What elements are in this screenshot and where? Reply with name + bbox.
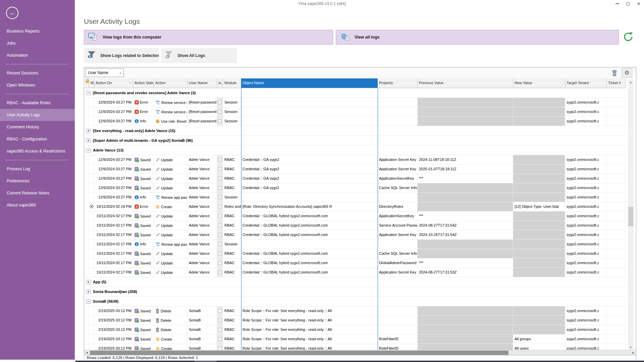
is-checkbox[interactable] [218, 309, 222, 313]
view-all-logs-button[interactable]: View all logs [336, 30, 619, 45]
column-header-on[interactable]: Action On▼ [94, 78, 133, 88]
maximize-button[interactable] [625, 1, 631, 6]
sidebar-item-jobs[interactable]: Jobs [0, 37, 75, 49]
sidebar-item-automation[interactable]: Automation [0, 49, 75, 61]
table-row[interactable]: 12/9/2024 03:27 PMSavedUpdateAdele Vance… [85, 183, 626, 193]
close-button[interactable]: × [636, 1, 641, 6]
grid-settings-button[interactable]: ⚙ [622, 68, 632, 78]
sidebar-item-process-log[interactable]: Process Log [0, 163, 75, 175]
table-row[interactable]: 12/9/2024 03:27 PMSavedUpdateAdele Vance… [85, 165, 626, 174]
is-checkbox[interactable] [218, 119, 222, 123]
table-row[interactable]: 10/11/2024 02:17 PMSavedUpdateAdele Vanc… [85, 268, 626, 277]
sidebar-item-comment-history[interactable]: Comment History [0, 121, 75, 133]
expand-group-icon[interactable]: + [86, 280, 91, 284]
column-header-module[interactable]: Module [223, 78, 241, 88]
table-row[interactable]: 10/11/2024 02:17 PMInfo***Renew app pass… [85, 240, 626, 249]
is-checkbox[interactable] [218, 224, 222, 227]
group-row[interactable]: +App (5) [85, 277, 626, 287]
is-checkbox[interactable] [218, 195, 222, 199]
is-checkbox[interactable] [218, 270, 222, 274]
sidebar-item-open-windows[interactable]: Open Windows [0, 79, 75, 91]
column-header-object[interactable]: Object Name [241, 78, 378, 88]
collapse-group-icon[interactable]: − [86, 299, 91, 304]
show-all-logs-button[interactable]: Show All Logs [161, 48, 237, 63]
table-row[interactable]: 12/9/2024 03:27 PMError***Renew service … [85, 98, 626, 107]
vertical-scrollbar[interactable]: ▲ ▼ [628, 79, 634, 350]
sidebar-item-business-reports[interactable]: Business Reports [0, 25, 75, 37]
horizontal-scroll-thumb[interactable] [90, 351, 508, 355]
is-checkbox[interactable] [218, 252, 222, 255]
table-row[interactable]: 12/9/2024 03:27 PMError***Renew service … [85, 107, 626, 117]
is-checkbox[interactable] [218, 205, 222, 208]
view-logs-local-button[interactable]: View logs from this computer [84, 30, 333, 45]
is-checkbox[interactable] [218, 101, 222, 104]
table-row[interactable]: 2/19/2025 03:12 PMSavedDeleteSoniaBRBACR… [85, 316, 626, 325]
scroll-left-button[interactable]: ◄ [84, 350, 90, 355]
is-checkbox[interactable] [218, 261, 222, 265]
is-checkbox[interactable] [218, 233, 222, 237]
table-row[interactable]: 10/11/2024 02:19 PMErrorCreateAdele Vanc… [85, 202, 626, 212]
is-checkbox[interactable] [218, 318, 222, 322]
refresh-button[interactable] [622, 30, 635, 44]
column-header-m[interactable]: M. [89, 78, 94, 88]
show-related-logs-button[interactable]: Show Logs related to Selection [84, 48, 159, 63]
sidebar-item-rbac-available-roles[interactable]: RBAC - Available Roles [0, 97, 75, 109]
table-row[interactable]: 2/19/2025 03:12 PMSavedDeleteSoniaBRBACR… [85, 325, 626, 335]
group-row[interactable]: −[Reset passwords and revoke sessions] A… [85, 88, 626, 98]
sidebar-item-preferences[interactable]: Preferences [0, 175, 75, 187]
column-header-new[interactable]: New Value [513, 78, 565, 88]
collapse-group-icon[interactable]: − [86, 148, 91, 153]
expand-group-icon[interactable]: + [86, 129, 91, 133]
is-checkbox[interactable] [218, 167, 222, 171]
table-row[interactable]: 10/11/2024 02:17 PMSavedUpdateAdele Vanc… [85, 258, 626, 268]
sidebar-item-rbac-configuration[interactable]: RBAC - Configuration [0, 133, 75, 145]
expand-group-icon[interactable]: + [86, 290, 91, 294]
table-row[interactable]: 2/19/2025 03:12 PMSavedCreateSoniaBRBACR… [85, 344, 626, 350]
table-row[interactable]: 10/11/2024 02:17 PMSavedUpdateAdele Vanc… [85, 212, 626, 221]
scroll-up-button[interactable]: ▲ [628, 79, 634, 85]
is-checkbox[interactable] [218, 337, 222, 341]
column-header-status[interactable]: Action Status [133, 78, 154, 88]
scroll-right-button[interactable]: ► [631, 350, 636, 355]
is-checkbox[interactable] [218, 186, 222, 190]
group-row[interactable]: −SoniaB (5639) [85, 297, 626, 306]
horizontal-scrollbar[interactable]: ◄ ► [84, 350, 636, 355]
vertical-scroll-thumb[interactable] [628, 207, 633, 226]
table-row[interactable]: 10/11/2024 02:17 PMSavedUpdateAdele Vanc… [85, 221, 626, 230]
table-row[interactable]: 2/19/2025 03:12 PMSavedCreateSoniaBRBACR… [85, 335, 626, 344]
table-row[interactable]: 12/9/2024 03:27 PMSavedUpdateAdele Vance… [85, 155, 626, 165]
group-row[interactable]: −Adele Vance (13) [85, 145, 626, 155]
is-checkbox[interactable] [218, 242, 222, 246]
expand-group-icon[interactable]: + [86, 138, 91, 143]
group-row[interactable]: +Sonia Bounardjian (358) [85, 287, 626, 297]
column-header-ticket[interactable]: Ticket # [607, 78, 626, 88]
table-row[interactable]: 10/11/2024 02:17 PMSavedUpdateAdele Vanc… [85, 230, 626, 240]
group-by-combo[interactable]: User Name ▲ [86, 68, 124, 77]
sidebar-item-sapio365-access-restrictions[interactable]: sapio365 Access & Restrictions [0, 145, 75, 157]
scroll-down-button[interactable]: ▼ [628, 345, 634, 350]
table-row[interactable]: 10/11/2024 02:17 PMSavedUpdateAdele Vanc… [85, 249, 626, 258]
sidebar-item-user-activity-logs[interactable]: User Activity Logs [0, 109, 75, 121]
table-row[interactable]: 2/19/2025 03:12 PMSavedDeleteSoniaBRBACR… [85, 306, 626, 316]
minimize-button[interactable] [614, 1, 620, 6]
back-button[interactable]: ← [6, 7, 18, 19]
column-header-property[interactable]: Property [378, 78, 418, 88]
column-header-user[interactable]: User Name [187, 78, 217, 88]
column-header-tenant[interactable]: Target Tenant [565, 78, 607, 88]
group-row[interactable]: +[Super Admin of multi-tenants - GA sygx… [85, 136, 626, 145]
delete-logs-button[interactable] [610, 69, 619, 77]
table-row[interactable]: 12/9/2024 03:27 PMInfoUse role: Reset pa… [85, 117, 626, 126]
column-header-lock[interactable] [85, 78, 89, 88]
is-checkbox[interactable] [218, 177, 222, 180]
is-checkbox[interactable] [218, 328, 222, 331]
sidebar-item-recent-sessions[interactable]: Recent Sessions [0, 67, 75, 79]
column-header-action[interactable]: Action [154, 78, 187, 88]
sidebar-item-about-sapio365[interactable]: About sapio365 [0, 199, 75, 211]
table-row[interactable]: 12/9/2024 03:27 PMSavedUpdateAdele Vance… [85, 174, 626, 183]
column-header-is[interactable]: Is... [217, 78, 223, 88]
is-checkbox[interactable] [218, 214, 222, 218]
collapse-group-icon[interactable]: − [86, 91, 91, 95]
column-header-prev[interactable]: Previous Value [418, 78, 513, 88]
is-checkbox[interactable] [218, 110, 222, 114]
table-row[interactable]: 12/9/2024 03:27 PMInfo***Renew app passw… [85, 193, 626, 202]
